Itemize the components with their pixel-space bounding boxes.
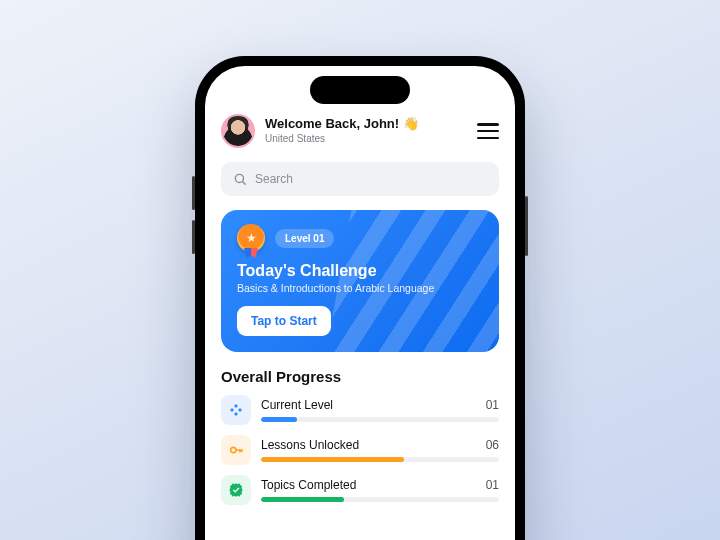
start-button[interactable]: Tap to Start: [237, 306, 331, 336]
progress-bar: [261, 497, 499, 502]
challenge-card[interactable]: Level 01 Today's Challenge Basics & Intr…: [221, 210, 499, 352]
search-placeholder: Search: [255, 172, 293, 186]
progress-value: 01: [486, 398, 499, 412]
menu-icon[interactable]: [477, 123, 499, 139]
progress-bar: [261, 457, 499, 462]
svg-point-2: [231, 447, 236, 452]
location-text: United States: [265, 133, 467, 145]
challenge-title: Today's Challenge: [237, 262, 483, 280]
search-icon: [233, 172, 247, 186]
key-icon: [221, 435, 251, 465]
app-content: Welcome Back, John! 👋 United States Sear…: [205, 66, 515, 505]
phone-screen: Welcome Back, John! 👋 United States Sear…: [205, 66, 515, 540]
progress-bar: [261, 417, 499, 422]
avatar[interactable]: [221, 114, 255, 148]
level-icon: [221, 395, 251, 425]
progress-row-lessons-unlocked: Lessons Unlocked 06: [221, 435, 499, 465]
progress-label: Current Level: [261, 398, 333, 412]
level-badge: Level 01: [275, 229, 334, 248]
progress-row-topics-completed: Topics Completed 01: [221, 475, 499, 505]
app-header: Welcome Back, John! 👋 United States: [221, 114, 499, 148]
greeting-block: Welcome Back, John! 👋 United States: [265, 117, 467, 144]
progress-label: Topics Completed: [261, 478, 356, 492]
progress-value: 01: [486, 478, 499, 492]
search-input[interactable]: Search: [221, 162, 499, 196]
progress-value: 06: [486, 438, 499, 452]
greeting-text: Welcome Back, John! 👋: [265, 117, 467, 132]
phone-frame: Welcome Back, John! 👋 United States Sear…: [195, 56, 525, 540]
challenge-subtitle: Basics & Introductions to Arabic Languag…: [237, 282, 483, 294]
check-badge-icon: [221, 475, 251, 505]
medal-icon: [237, 224, 265, 252]
progress-row-current-level: Current Level 01: [221, 395, 499, 425]
progress-heading: Overall Progress: [221, 368, 499, 385]
dynamic-island: [310, 76, 410, 104]
progress-label: Lessons Unlocked: [261, 438, 359, 452]
svg-line-1: [242, 181, 245, 184]
